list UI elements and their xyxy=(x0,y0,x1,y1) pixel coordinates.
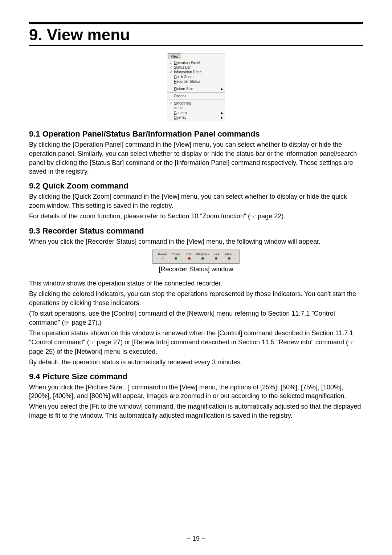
view-menu-item-label: Recorder Status xyxy=(173,80,223,84)
view-menu-item: Overlay▶ xyxy=(169,115,223,120)
view-menu-group-1: ✓Operation Panel✓Status Bar✓Information … xyxy=(167,59,225,85)
view-menu-item-label: Information Panel xyxy=(173,70,223,74)
view-menu-item: Options... xyxy=(169,94,223,98)
section-9-2-p2: For details of the zoom function, please… xyxy=(29,212,363,221)
view-menu-item: ✓Operation Panel xyxy=(169,60,223,65)
view-menu-item-label: Options... xyxy=(173,94,223,98)
view-menu-item: Recorder Status xyxy=(169,79,223,84)
view-menu-item-label: Overlay xyxy=(173,116,219,119)
status-col-label: Power xyxy=(158,252,167,256)
view-menu-item-label: Audio xyxy=(173,106,223,110)
view-menu-tab: View xyxy=(168,53,181,59)
status-col: PlayBack xyxy=(196,252,210,260)
status-indicator-icon xyxy=(162,257,164,260)
section-9-3-p2: This window shows the operation status o… xyxy=(29,279,363,288)
section-9-3-p5b: page 27) or [Renew Info] command describ… xyxy=(95,339,348,346)
recorder-status-caption: [Recorder Status] window xyxy=(29,266,363,273)
section-9-3-p4b: page 27).) xyxy=(70,319,101,326)
submenu-arrow-icon: ▶ xyxy=(219,87,223,91)
status-col: Power xyxy=(156,252,170,260)
view-menu-group-4: ✓SmoothingAudioCamera▶Overlay▶ xyxy=(167,100,225,121)
view-menu-item: ✓Status Bar xyxy=(169,65,223,70)
status-col-label: Rec xyxy=(186,252,192,256)
section-9-3-p4: (To start operations, use the [Control] … xyxy=(29,309,363,327)
section-9-3-p1: When you click the [Recorder Status] com… xyxy=(29,237,363,246)
status-col: Timer xyxy=(170,252,183,260)
view-menu-item: Audio xyxy=(169,106,223,110)
pointer-icon: ☞ xyxy=(250,212,256,221)
status-col: Rec xyxy=(183,252,196,260)
pointer-icon: ☞ xyxy=(348,338,354,347)
section-9-4-p1: When you click the [Picture Size...] com… xyxy=(29,383,363,401)
status-col: Lock xyxy=(209,252,223,260)
section-9-3-p6: By default, the operation status is auto… xyxy=(29,358,363,367)
section-9-3-p5c: page 25) of the [Network] menu is execut… xyxy=(29,348,157,355)
view-menu-item: ✓Smoothing xyxy=(169,101,223,106)
section-9-1-p1: By clicking the [Operation Panel] comman… xyxy=(29,140,363,176)
section-9-3-p5: The operation status shown on this windo… xyxy=(29,329,363,356)
status-indicator-icon xyxy=(201,257,204,260)
submenu-arrow-icon: ▶ xyxy=(219,111,223,115)
section-9-2-p2a: For details of the zoom function, please… xyxy=(29,212,250,220)
view-menu-item-label: Camera xyxy=(173,111,219,115)
view-menu-item-label: Picture Size xyxy=(173,87,219,91)
section-9-2-heading: 9.2 Quick Zoom command xyxy=(29,181,363,191)
chapter-title: 9. View menu xyxy=(29,25,363,44)
checkmark-icon: ✓ xyxy=(169,70,173,74)
submenu-arrow-icon: ▶ xyxy=(219,116,223,119)
section-9-4-p2: When you select the [Fit to the window] … xyxy=(29,402,363,420)
section-9-2-p1: By clicking the [Quick Zoom] command in … xyxy=(29,192,363,210)
status-indicator-icon xyxy=(228,257,230,260)
section-9-1-heading: 9.1 Operation Panel/Status Bar/Informati… xyxy=(29,129,363,139)
page-number: − 19 − xyxy=(0,535,392,543)
view-menu-group-2: Picture Size▶ xyxy=(167,85,225,92)
status-col: Menu xyxy=(223,252,236,260)
status-col-label: PlayBack xyxy=(196,252,210,256)
view-menu-item-label: Smoothing xyxy=(173,101,223,105)
chapter-top-rule xyxy=(29,22,363,24)
checkmark-icon: ✓ xyxy=(169,102,173,105)
status-indicator-icon xyxy=(215,257,217,260)
section-9-2-p2b: page 22). xyxy=(256,212,285,220)
status-indicator-icon xyxy=(175,257,177,260)
view-menu-figure: View ✓Operation Panel✓Status Bar✓Informa… xyxy=(167,53,225,121)
view-menu-item: Picture Size▶ xyxy=(169,86,223,91)
view-menu-item: Camera▶ xyxy=(169,110,223,115)
view-menu-item-label: Quick Zoom xyxy=(173,75,223,79)
status-col-label: Lock xyxy=(213,252,220,256)
view-menu-item: ✓Information Panel xyxy=(169,70,223,74)
status-indicator-icon xyxy=(188,257,191,260)
view-menu-item-label: Status Bar xyxy=(173,65,223,69)
checkmark-icon: ✓ xyxy=(169,66,173,69)
section-9-3-heading: 9.3 Recorder Status command xyxy=(29,226,363,236)
recorder-status-window: PowerTimerRecPlayBackLockMenu xyxy=(152,250,240,264)
view-menu-item-label: Operation Panel xyxy=(173,61,223,65)
status-col-label: Menu xyxy=(225,252,234,256)
section-9-4-heading: 9.4 Picture Size command xyxy=(29,372,363,381)
pointer-icon: ☞ xyxy=(64,319,70,328)
status-col-label: Timer xyxy=(172,252,180,256)
view-menu-group-3: Options... xyxy=(167,92,225,100)
checkmark-icon: ✓ xyxy=(169,61,173,65)
section-9-3-p3: By clicking the colored indicators, you … xyxy=(29,289,363,308)
recorder-status-row: PowerTimerRecPlayBackLockMenu xyxy=(156,252,236,260)
chapter-underline xyxy=(29,45,363,46)
view-menu-item: Quick Zoom xyxy=(169,74,223,79)
pointer-icon: ☞ xyxy=(89,338,95,347)
